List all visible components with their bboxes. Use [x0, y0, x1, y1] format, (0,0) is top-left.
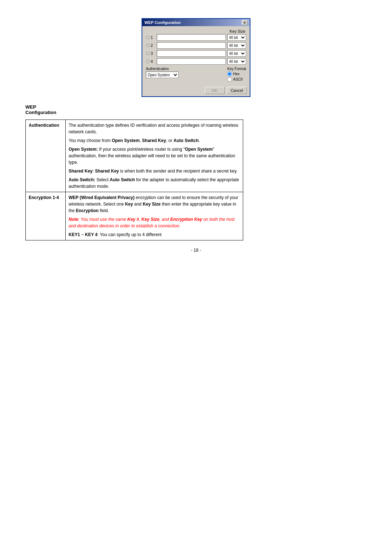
page-number: - 18 - — [15, 248, 377, 253]
enc-para-2: Note: You must use the same Key #, Key S… — [69, 216, 240, 229]
auth-keyformat-row: Authentication Open System Shared Key Au… — [146, 67, 246, 82]
key-input-1[interactable] — [157, 34, 226, 41]
keyformat-ascii-option[interactable]: ASCII — [227, 77, 246, 82]
radio-key-3[interactable] — [146, 52, 150, 55]
key-row-2: 2 40 bit 104 bit — [146, 42, 246, 49]
dialog-wrapper: WEP Configuration × Key Size 1 40 bit 10… — [15, 18, 377, 97]
auth-para-2: You may choose from Open System, Shared … — [69, 137, 240, 144]
auth-para-1: The authentication type defines ID verif… — [69, 122, 240, 135]
keyformat-section: Key Format Hex ASCII — [227, 67, 246, 82]
section-heading: WEP Configuration — [25, 104, 377, 115]
ok-button[interactable]: OK — [205, 87, 225, 94]
auth-label: Authentication — [146, 67, 224, 71]
key-radio-label-3: 3 — [146, 51, 157, 56]
keyformat-ascii-radio[interactable] — [227, 77, 232, 82]
key-size-select-1[interactable]: 40 bit 104 bit — [227, 34, 246, 41]
auth-select[interactable]: Open System Shared Key Auto Switch — [146, 72, 179, 78]
key-size-select-4[interactable]: 40 bit 104 bit — [227, 58, 246, 65]
cancel-button[interactable]: Cancel — [227, 87, 247, 94]
key-radio-label-1: 1 — [146, 35, 157, 40]
key-input-3[interactable] — [157, 50, 226, 57]
dialog-body: Key Size 1 40 bit 104 bit 2 — [142, 26, 250, 85]
dialog-titlebar: WEP Configuration × — [142, 19, 250, 26]
auth-row-content: The authentication type defines ID verif… — [66, 120, 243, 192]
dialog-title: WEP Configuration — [144, 20, 181, 25]
key-size-header: Key Size — [146, 29, 246, 33]
auth-section: Authentication Open System Shared Key Au… — [146, 67, 224, 78]
dialog-close-button[interactable]: × — [242, 20, 248, 25]
keyformat-hex-radio[interactable] — [227, 72, 232, 76]
auth-row-label: Authentication — [26, 120, 66, 192]
table-row-authentication: Authentication The authentication type d… — [26, 120, 243, 192]
enc-para-3: KEY1 ~ KEY 4: You can specify up to 4 di… — [69, 231, 240, 238]
info-table: Authentication The authentication type d… — [25, 119, 243, 240]
key-row-1: 1 40 bit 104 bit — [146, 34, 246, 41]
key-input-4[interactable] — [157, 58, 226, 65]
key-radio-label-4: 4 — [146, 59, 157, 64]
keyformat-hex-option[interactable]: Hex — [227, 72, 246, 76]
key-radio-label-2: 2 — [146, 43, 157, 48]
enc-row-label: Encryption 1-4 — [26, 192, 66, 240]
enc-row-content: WEP (Wired Equivalent Privacy) encryptio… — [66, 192, 243, 240]
radio-key-4[interactable] — [146, 60, 150, 63]
key-input-2[interactable] — [157, 42, 226, 49]
enc-para-1: WEP (Wired Equivalent Privacy) encryptio… — [69, 194, 240, 214]
page-content: WEP Configuration — [15, 104, 377, 115]
wep-dialog: WEP Configuration × Key Size 1 40 bit 10… — [142, 18, 250, 97]
auth-para-5: Auto Switch: Select Auto Switch for the … — [69, 177, 240, 190]
dialog-footer: OK Cancel — [142, 85, 250, 96]
key-row-3: 3 40 bit 104 bit — [146, 50, 246, 57]
key-size-select-2[interactable]: 40 bit 104 bit — [227, 42, 246, 49]
table-row-encryption: Encryption 1-4 WEP (Wired Equivalent Pri… — [26, 192, 243, 240]
key-size-select-3[interactable]: 40 bit 104 bit — [227, 50, 246, 57]
auth-para-3: Open System: If your access point/wirele… — [69, 146, 240, 166]
key-row-4: 4 40 bit 104 bit — [146, 58, 246, 65]
keyformat-options: Hex ASCII — [227, 72, 246, 82]
auth-para-4: Shared Key: Shared Key is when both the … — [69, 168, 240, 174]
radio-key-2[interactable] — [146, 44, 150, 47]
keyformat-label: Key Format — [227, 67, 246, 71]
radio-key-1[interactable] — [146, 36, 150, 39]
